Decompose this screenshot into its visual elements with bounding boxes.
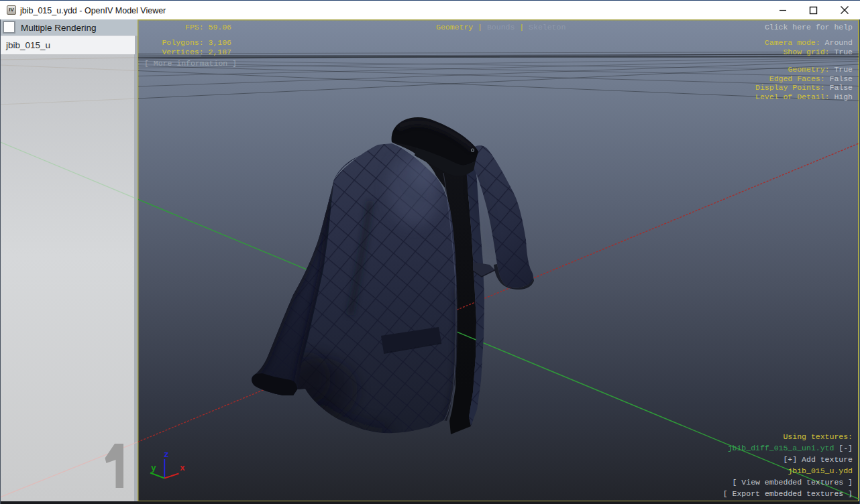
svg-text:x: x [180, 463, 185, 473]
svg-text:z: z [164, 450, 169, 460]
svg-text:y: y [151, 463, 156, 473]
